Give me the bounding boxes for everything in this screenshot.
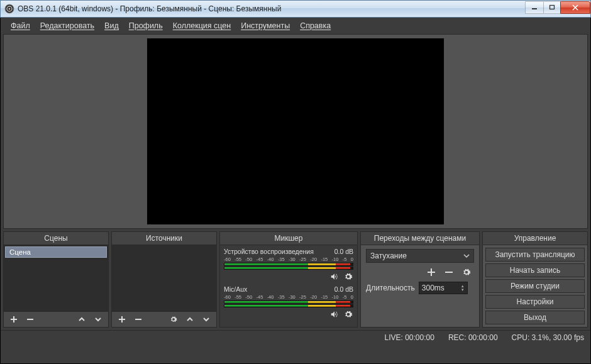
menu-help[interactable]: Справка <box>300 21 331 30</box>
duration-value: 300ms <box>422 284 445 292</box>
mixer-channel-db: 0.0 dB <box>334 248 353 255</box>
vu-meter <box>224 267 353 270</box>
status-bar: LIVE: 00:00:00 REC: 00:00:00 CPU: 3.1%, … <box>1 330 590 345</box>
menu-bar: Файл Редактировать Вид Профиль Коллекция… <box>1 18 590 34</box>
panel-controls-title: Управление <box>483 232 587 245</box>
meter-scale: -60-55-50-45-40-35-30-25-20-15-10-50 <box>224 294 353 300</box>
menu-scene-collection[interactable]: Коллекция сцен <box>173 21 231 30</box>
source-down-button[interactable] <box>199 314 214 325</box>
panel-sources: Источники <box>111 231 217 328</box>
add-transition-button[interactable] <box>424 267 439 278</box>
exit-button[interactable]: Выход <box>485 311 585 324</box>
minimize-button[interactable] <box>525 1 544 14</box>
mixer-channel-name: Mic/Aux <box>224 285 247 293</box>
vu-meter <box>224 263 353 266</box>
studio-mode-button[interactable]: Режим студии <box>485 279 585 293</box>
panel-transitions: Переходы между сценами Затухание Длитель… <box>360 231 480 328</box>
scenes-list[interactable]: Сцена <box>4 245 108 311</box>
menu-tools[interactable]: Инструменты <box>241 21 290 30</box>
mixer-channel-name: Устройство воспроизведения <box>224 248 314 255</box>
sources-toolbar <box>112 311 216 327</box>
remove-transition-button[interactable] <box>441 267 456 278</box>
panel-scenes-title: Сцены <box>4 232 108 245</box>
preview-area <box>3 34 588 229</box>
obs-app-icon <box>4 4 14 14</box>
status-live: LIVE: 00:00:00 <box>384 333 434 342</box>
spin-arrows-icon[interactable]: ▲▼ <box>461 284 465 292</box>
duration-spinbox[interactable]: 300ms ▲▼ <box>419 282 468 294</box>
transition-selected: Затухание <box>370 251 407 260</box>
start-recording-button[interactable]: Начать запись <box>485 263 585 277</box>
preview-canvas[interactable] <box>147 38 444 224</box>
window-buttons <box>526 1 590 14</box>
speaker-icon[interactable] <box>329 272 340 282</box>
transition-select[interactable]: Затухание <box>366 249 474 263</box>
panel-transitions-title: Переходы между сценами <box>361 232 479 245</box>
menu-edit[interactable]: Редактировать <box>40 21 94 30</box>
vu-meter <box>224 301 353 304</box>
gear-icon[interactable] <box>343 309 353 319</box>
gear-icon[interactable] <box>343 272 353 282</box>
panel-mixer: Микшер Устройство воспроизведения 0.0 dB… <box>219 231 358 328</box>
menu-profile[interactable]: Профиль <box>129 21 163 30</box>
panel-scenes: Сцены Сцена <box>3 231 109 328</box>
mixer-channel-db: 0.0 dB <box>334 285 353 293</box>
window-titlebar: OBS 21.0.1 (64bit, windows) - Профиль: Б… <box>0 0 591 18</box>
panel-mixer-title: Микшер <box>220 232 357 245</box>
mixer-channel: Устройство воспроизведения 0.0 dB -60-55… <box>220 245 357 283</box>
chevron-down-icon <box>463 253 470 258</box>
transition-settings-button[interactable] <box>459 267 474 278</box>
source-up-button[interactable] <box>182 314 197 325</box>
mixer-channel: Mic/Aux 0.0 dB -60-55-50-45-40-35-30-25-… <box>220 283 357 321</box>
remove-source-button[interactable] <box>131 314 146 325</box>
sources-list[interactable] <box>112 245 216 311</box>
status-cpu: CPU: 3.1%, 30.00 fps <box>512 333 584 342</box>
add-scene-button[interactable] <box>6 314 21 325</box>
scene-down-button[interactable] <box>91 314 106 325</box>
remove-scene-button[interactable] <box>23 314 38 325</box>
panel-sources-title: Источники <box>112 232 216 245</box>
svg-rect-4 <box>550 6 555 9</box>
speaker-icon[interactable] <box>329 309 340 319</box>
vu-meter <box>224 304 353 307</box>
menu-file[interactable]: Файл <box>11 21 30 30</box>
close-button[interactable] <box>560 1 590 14</box>
window-title: OBS 21.0.1 (64bit, windows) - Профиль: Б… <box>18 4 526 13</box>
scene-up-button[interactable] <box>74 314 89 325</box>
maximize-button[interactable] <box>543 1 561 14</box>
meter-scale: -60-55-50-45-40-35-30-25-20-15-10-50 <box>224 256 353 262</box>
scene-item[interactable]: Сцена <box>5 246 107 258</box>
add-source-button[interactable] <box>114 314 130 325</box>
menu-view[interactable]: Вид <box>104 21 119 30</box>
status-rec: REC: 00:00:00 <box>448 333 498 342</box>
scenes-toolbar <box>4 311 108 327</box>
svg-point-2 <box>9 8 11 10</box>
source-settings-button[interactable] <box>166 314 181 325</box>
settings-button[interactable]: Настройки <box>485 295 585 309</box>
duration-label: Длительность <box>366 284 415 292</box>
start-streaming-button[interactable]: Запустить трансляцию <box>485 248 585 262</box>
panel-controls: Управление Запустить трансляцию Начать з… <box>482 231 588 328</box>
